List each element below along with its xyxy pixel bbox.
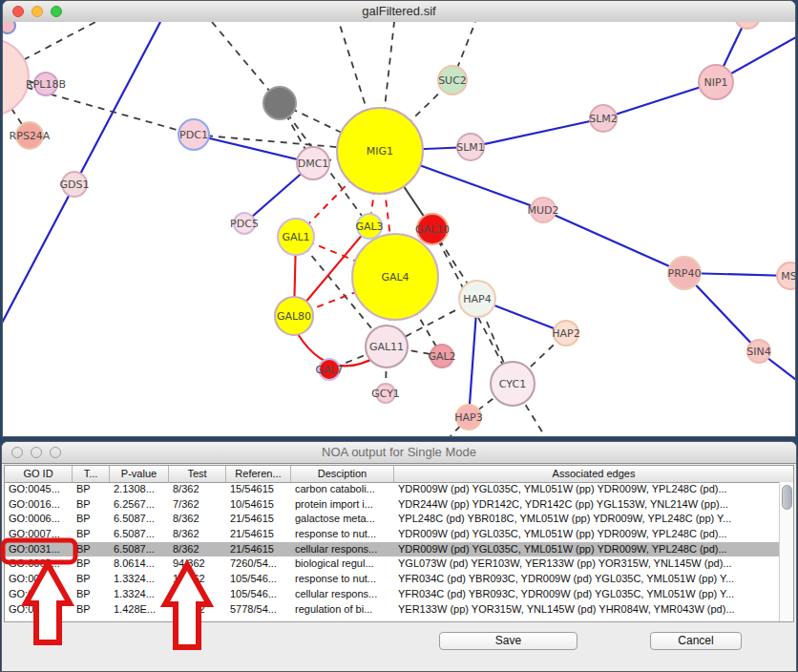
table-row[interactable]: GO:0016...BP6.2567...7/36210/54615protei… — [5, 497, 779, 513]
table-cell: YDR009W (pd) YGL035C, YML051W (pp) YDR00… — [394, 482, 779, 497]
minimize-button[interactable] — [31, 447, 42, 458]
node-RPS24A[interactable]: RPS24A — [10, 122, 51, 149]
node-SIN4[interactable]: SIN4 — [746, 340, 770, 363]
table-cell: regulation of bi... — [291, 602, 394, 618]
node-GAL10[interactable]: GAL10 — [415, 214, 450, 244]
column-header-t-[interactable]: T... — [73, 466, 110, 482]
table-cell: YFR034C (pd) YBR093C, YDR009W (pd) YGL03… — [394, 587, 779, 602]
node-CYC1[interactable]: CYC1 — [491, 362, 535, 406]
svg-text:MUD2: MUD2 — [527, 204, 558, 217]
svg-text:DMC1: DMC1 — [298, 158, 329, 170]
table-cell: BP — [73, 482, 110, 497]
save-button[interactable]: Save — [439, 632, 578, 650]
table-body: GO:0045...BP2.1308...8/36215/54615carbon… — [5, 482, 779, 617]
node-PRP40[interactable]: PRP40 — [668, 257, 702, 289]
table-row[interactable]: GO:0031...BP1.3324...14/362105/546...res… — [5, 572, 779, 587]
node-GAL1[interactable]: GAL1 — [278, 219, 314, 255]
node-RPL18B[interactable]: RPL18B — [26, 73, 66, 95]
table-cell: GO:0031... — [5, 542, 73, 557]
network-edge[interactable] — [194, 135, 313, 163]
node-top-right-node[interactable] — [735, 22, 760, 29]
svg-text:GAL80: GAL80 — [277, 310, 311, 323]
table-cell: BP — [73, 602, 110, 618]
table-row[interactable]: GO:0006...BP6.5087...8/36221/54615galact… — [5, 512, 779, 527]
svg-text:NIP1: NIP1 — [704, 76, 727, 89]
table-cell: BP — [73, 527, 110, 542]
node-corner-node[interactable] — [3, 22, 15, 33]
vertical-scrollbar[interactable] — [779, 482, 793, 621]
table-cell: GO:0050... — [5, 602, 73, 618]
node-GAL3[interactable]: GAL3 — [355, 214, 383, 239]
svg-text:RPS24A: RPS24A — [10, 130, 51, 142]
network-edge[interactable] — [543, 210, 684, 273]
minimize-button[interactable] — [32, 6, 43, 17]
column-header-go-id[interactable]: GO ID — [5, 466, 73, 482]
table-cell: 1.3324... — [110, 572, 169, 587]
close-button[interactable] — [11, 447, 23, 458]
node-GAL80[interactable]: GAL80 — [275, 297, 313, 335]
node-GAL2[interactable]: GAL2 — [428, 345, 455, 368]
node-PDC1[interactable]: PDC1 — [178, 119, 209, 150]
table-cell: 14/362 — [169, 572, 226, 587]
node-GDS1[interactable]: GDS1 — [60, 172, 90, 197]
table-row[interactable]: GO:0045...BP2.1308...8/36215/54615carbon… — [5, 482, 779, 497]
table-row[interactable]: GO:0031...BP6.5087...8/36221/54615cellul… — [5, 542, 779, 557]
table-cell: BP — [73, 556, 110, 572]
table-cell: 6.5087... — [110, 512, 169, 527]
table-cell: 8/362 — [169, 542, 226, 557]
node-SUC2[interactable]: SUC2 — [438, 66, 467, 94]
node-DMC1[interactable]: DMC1 — [297, 147, 329, 179]
table-row[interactable]: GO:0031...BP1.3324...14/362105/546...cel… — [5, 587, 779, 602]
node-MUD2[interactable]: MUD2 — [527, 198, 558, 222]
node-HAP3[interactable]: HAP3 — [454, 405, 482, 430]
zoom-button[interactable] — [50, 447, 61, 458]
table-row[interactable]: GO:0050...BP1.428E...80/3625778/54...reg… — [5, 602, 779, 618]
node-NIP1[interactable]: NIP1 — [699, 65, 733, 99]
column-header-test[interactable]: Test — [169, 466, 226, 482]
table-cell: YFR034C (pd) YBR093C, YDR009W (pd) YGL03… — [394, 572, 779, 587]
network-window-titlebar[interactable]: galFiltered.sif — [3, 1, 795, 23]
svg-text:HAP2: HAP2 — [552, 327, 579, 340]
table-cell: 6.5087... — [110, 542, 169, 557]
table-cell: BP — [73, 542, 110, 557]
node-GCY1[interactable]: GCY1 — [371, 384, 400, 403]
table-cell: 21/54615 — [226, 527, 291, 542]
network-canvas[interactable]: RPL18BRPS24AGDS1PDC1DMC1MIG1SUC2SLM1SLM2… — [3, 22, 795, 437]
zoom-button[interactable] — [51, 6, 62, 17]
column-header-desciption[interactable]: Desciption — [291, 466, 394, 482]
network-window-title: galFiltered.sif — [362, 4, 435, 18]
node-MIG1[interactable]: MIG1 — [337, 108, 423, 194]
node-HAP2[interactable]: HAP2 — [552, 321, 579, 346]
column-header-p-value[interactable]: P-value — [110, 466, 169, 482]
svg-text:MIG1: MIG1 — [367, 145, 393, 158]
table-cell: protein import i... — [291, 497, 394, 513]
svg-text:MSI: MSI — [781, 270, 795, 283]
table-cell: GO:0007... — [5, 527, 73, 542]
node-GAL11[interactable]: GAL11 — [366, 326, 408, 368]
node-SLM2[interactable]: SLM2 — [589, 105, 618, 132]
column-header-referen-[interactable]: Referen... — [226, 466, 291, 482]
node-MSI[interactable]: MSI — [777, 262, 795, 289]
close-button[interactable] — [12, 6, 24, 17]
table-cell: BP — [73, 512, 110, 527]
node-GAL4[interactable]: GAL4 — [352, 234, 438, 320]
network-graph[interactable]: RPL18BRPS24AGDS1PDC1DMC1MIG1SUC2SLM1SLM2… — [3, 22, 795, 437]
table-cell: cellular respons... — [291, 587, 394, 602]
table-row[interactable]: GO:0065...BP8.0614...94/3627260/54...bio… — [5, 556, 779, 572]
svg-text:PRP40: PRP40 — [668, 267, 702, 280]
node-big-pink-node[interactable] — [3, 39, 29, 116]
network-edge[interactable] — [471, 118, 603, 147]
table-cell: YDR009W (pd) YGL035C, YML051W (pp) YDR00… — [394, 542, 779, 557]
column-header-associated-edges[interactable]: Associated edges — [394, 466, 793, 482]
table-cell: BP — [73, 587, 110, 602]
node-HAP4[interactable]: HAP4 — [459, 281, 495, 317]
network-window: galFiltered.sif RPL18BRPS24AGDS1PDC1DMC1… — [2, 0, 796, 437]
cancel-button[interactable]: Cancel — [650, 632, 742, 650]
node-GAL7[interactable]: GAL7 — [315, 359, 343, 380]
noa-window-titlebar[interactable]: NOA output for Single Mode — [2, 442, 796, 464]
table-cell: 80/362 — [169, 602, 226, 618]
node-SLM1[interactable]: SLM1 — [456, 134, 485, 160]
scrollbar-thumb[interactable] — [782, 485, 792, 510]
table-row[interactable]: GO:0007...BP6.5087...8/36221/54615respon… — [5, 527, 779, 542]
node-gray-node[interactable] — [263, 87, 296, 119]
